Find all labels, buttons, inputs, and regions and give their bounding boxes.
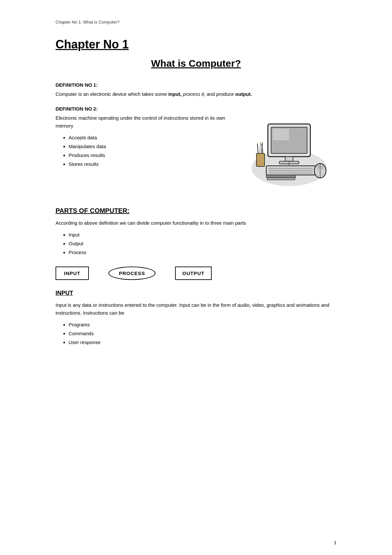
definition1-text: Computer is an electronic device which t… bbox=[56, 90, 336, 98]
svg-rect-7 bbox=[269, 168, 313, 169]
svg-rect-3 bbox=[273, 129, 289, 140]
computer-svg bbox=[238, 111, 330, 189]
list-item: Process bbox=[69, 248, 336, 257]
parts-bullet-list: InputOutputProcess bbox=[69, 230, 336, 257]
main-title: What is Computer? bbox=[56, 58, 336, 69]
svg-rect-23 bbox=[266, 175, 296, 178]
parts-section: PARTS OF COMPUTER: According to above de… bbox=[56, 207, 336, 280]
definition1-italic1: process it, bbox=[182, 91, 205, 97]
input-bullet-list: ProgramsCommandsUser response bbox=[69, 320, 336, 347]
parts-heading: PARTS OF COMPUTER: bbox=[56, 207, 336, 215]
page-container: Chapter No 1: What is Computer? Chapter … bbox=[56, 0, 336, 555]
svg-rect-14 bbox=[256, 153, 265, 166]
input-section: INPUT Input is any data or instructions … bbox=[56, 290, 336, 347]
svg-point-12 bbox=[317, 165, 320, 169]
process-box: PROCESS bbox=[108, 267, 155, 280]
svg-marker-19 bbox=[257, 142, 258, 144]
svg-line-16 bbox=[260, 142, 261, 153]
definition2-section: Electronic machine operating under the c… bbox=[56, 114, 336, 197]
svg-rect-4 bbox=[285, 157, 293, 161]
computer-illustration bbox=[238, 111, 336, 191]
svg-marker-20 bbox=[260, 140, 261, 142]
list-item: Input bbox=[69, 230, 336, 239]
output-box: OUTPUT bbox=[175, 267, 212, 280]
svg-marker-21 bbox=[262, 141, 263, 143]
svg-rect-9 bbox=[269, 172, 313, 174]
svg-rect-24 bbox=[267, 178, 295, 180]
ipo-diagram: INPUT PROCESS OUTPUT bbox=[56, 267, 336, 280]
chapter-title: Chapter No 1 bbox=[56, 38, 336, 51]
breadcrumb: Chapter No 1: What is Computer? bbox=[56, 20, 336, 25]
definition1-heading: DEFINITION NO 1: bbox=[56, 82, 336, 88]
svg-marker-22 bbox=[261, 143, 262, 144]
list-item: User response bbox=[69, 338, 336, 347]
page-number: 1 bbox=[334, 540, 336, 545]
svg-point-13 bbox=[320, 165, 324, 169]
definition1-text-middle: and bbox=[205, 91, 216, 97]
svg-rect-8 bbox=[269, 170, 313, 171]
list-item: Commands bbox=[69, 329, 336, 338]
input-box: INPUT bbox=[56, 267, 89, 280]
svg-line-15 bbox=[257, 144, 258, 153]
definition1-bold1: input, bbox=[168, 91, 182, 97]
definition1-text-before: Computer is an electronic device which t… bbox=[56, 91, 168, 97]
definition1-italic2: produce bbox=[216, 91, 235, 97]
list-item: Programs bbox=[69, 320, 336, 329]
input-text: Input is any data or instructions entere… bbox=[56, 301, 336, 317]
input-heading: INPUT bbox=[56, 290, 336, 297]
list-item: Output bbox=[69, 239, 336, 248]
definition1-bold2: output. bbox=[235, 91, 252, 97]
parts-text: According to above definition we can div… bbox=[56, 219, 336, 227]
